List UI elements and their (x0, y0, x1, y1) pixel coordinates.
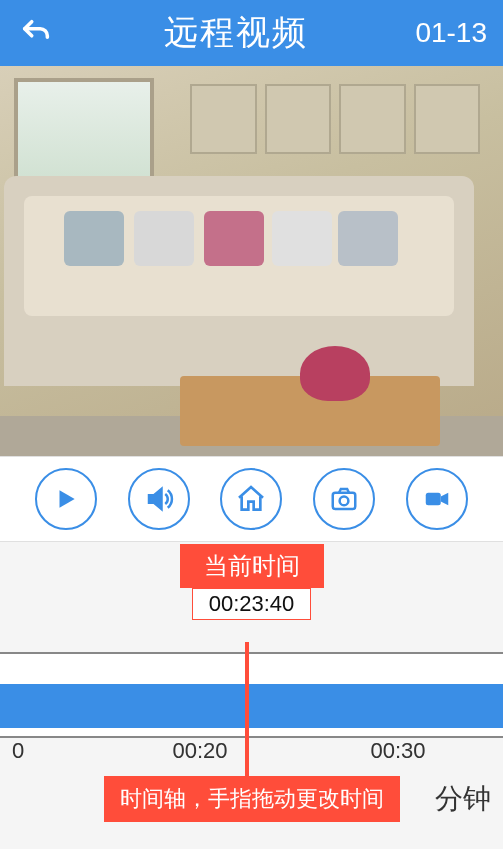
timeline-hint: 时间轴，手指拖动更改时间 (104, 776, 400, 822)
current-time: 当前时间 00:23:40 (0, 544, 503, 620)
current-time-value: 00:23:40 (192, 588, 312, 620)
sound-button[interactable] (128, 468, 190, 530)
header-date: 01-13 (415, 17, 487, 49)
scene-couch (4, 176, 474, 386)
scene-art (190, 84, 480, 154)
home-button[interactable] (220, 468, 282, 530)
timeline-fill (0, 684, 503, 728)
control-bar (0, 456, 503, 542)
timeline-track[interactable] (0, 652, 503, 738)
hint-row: 时间轴，手指拖动更改时间 分钟 (0, 776, 503, 822)
timeline-unit: 分钟 (435, 780, 491, 818)
scene-vase (300, 346, 370, 401)
svg-rect-2 (425, 493, 440, 506)
header-bar: 远程视频 01-13 (0, 0, 503, 66)
svg-point-1 (340, 497, 349, 506)
current-time-label: 当前时间 (180, 544, 324, 588)
svg-rect-0 (333, 493, 356, 509)
timeline-tick: 00:20 (172, 738, 227, 764)
page-title: 远程视频 (56, 10, 415, 56)
camera-button[interactable] (313, 468, 375, 530)
timeline[interactable]: 0 00:20 00:30 (0, 642, 503, 792)
video-button[interactable] (406, 468, 468, 530)
timeline-tick: 0 (12, 738, 24, 764)
play-button[interactable] (35, 468, 97, 530)
back-button[interactable] (16, 13, 56, 53)
video-feed[interactable] (0, 66, 503, 456)
timeline-tick: 00:30 (370, 738, 425, 764)
